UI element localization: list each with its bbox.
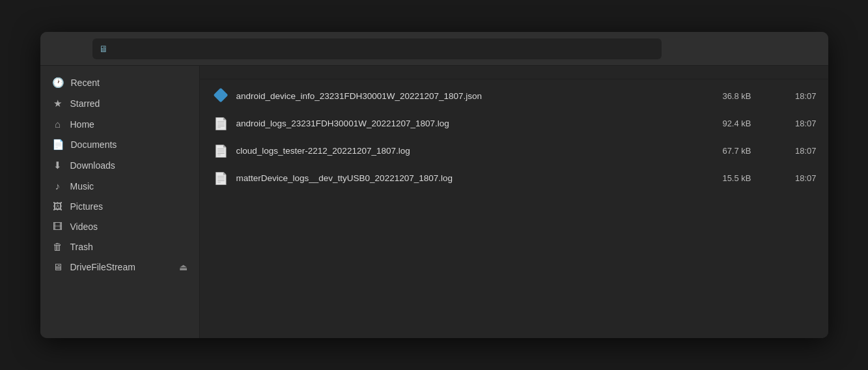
file-name: android_device_info_23231FDH30001W_20221… [236, 91, 686, 101]
trash-label: Trash [70, 242, 93, 252]
drive-label: DriveFileStream [70, 262, 135, 272]
file-manager-window: 🖥 🕐 Recent ★ Starre [40, 32, 828, 338]
maximize-button[interactable] [784, 40, 801, 57]
minimize-button[interactable] [764, 40, 781, 57]
file-modified: 18:07 [751, 91, 817, 101]
file-row[interactable]: matterDevice_logs__dev_ttyUSB0_20221207_… [200, 164, 828, 192]
file-modified: 18:07 [751, 119, 817, 128]
file-size: 92.4 kB [686, 119, 751, 128]
sidebar-item-pictures[interactable]: 🖼 Pictures [40, 196, 199, 216]
file-size: 36.8 kB [686, 91, 751, 101]
videos-label: Videos [70, 221, 98, 232]
file-row[interactable]: android_device_info_23231FDH30001W_20221… [200, 82, 828, 109]
pictures-label: Pictures [70, 201, 104, 212]
sidebar-item-documents[interactable]: 📄 Documents [40, 134, 199, 155]
sidebar-item-trash[interactable]: 🗑 Trash [40, 236, 199, 257]
search-button[interactable] [693, 39, 712, 59]
file-row[interactable]: android_logs_23231FDH30001W_20221207_180… [200, 109, 828, 137]
file-modified: 18:07 [751, 173, 817, 183]
file-name: android_logs_23231FDH30001W_20221207_180… [236, 119, 686, 128]
pictures-icon: 🖼 [52, 201, 64, 212]
home-label: Home [70, 119, 94, 130]
sidebar-item-drive[interactable]: 🖥 DriveFileStream ⏏ [40, 257, 199, 277]
json-file-icon [212, 87, 230, 104]
sidebar-item-videos[interactable]: 🎞 Videos [40, 216, 199, 236]
main-area: 🕐 Recent ★ Starred ⌂ Home 📄 Documents ⬇ … [40, 66, 828, 338]
log-file-icon [212, 115, 230, 132]
file-name: cloud_logs_tester-2212_20221207_1807.log [236, 146, 686, 156]
drive-extra-icon[interactable]: ⏏ [179, 262, 188, 272]
forward-button[interactable] [70, 40, 89, 58]
downloads-label: Downloads [70, 160, 115, 171]
log-file-icon [212, 169, 230, 186]
sidebar: 🕐 Recent ★ Starred ⌂ Home 📄 Documents ⬇ … [40, 66, 200, 338]
breadcrumb-bar[interactable]: 🖥 [92, 38, 662, 59]
filelist-header [200, 66, 828, 79]
file-row[interactable]: cloud_logs_tester-2212_20221207_1807.log… [200, 137, 828, 164]
toolbar-actions [671, 39, 757, 59]
music-icon: ♪ [52, 180, 64, 192]
music-label: Music [70, 181, 94, 192]
drive-icon: 🖥 [52, 261, 64, 272]
log-file-icon [212, 142, 230, 159]
file-name: matterDevice_logs__dev_ttyUSB0_20221207_… [236, 173, 686, 183]
documents-icon: 📄 [52, 139, 64, 150]
recent-label: Recent [71, 78, 100, 88]
sidebar-item-home[interactable]: ⌂ Home [40, 114, 199, 134]
window-controls [764, 40, 820, 57]
file-modified: 18:07 [751, 146, 817, 156]
recent-icon: 🕐 [52, 77, 64, 89]
starred-label: Starred [70, 98, 100, 109]
starred-icon: ★ [52, 98, 64, 109]
back-button[interactable] [48, 40, 66, 58]
filelist-body: android_device_info_23231FDH30001W_20221… [200, 79, 828, 338]
os-icon: 🖥 [99, 44, 108, 54]
file-size: 67.7 kB [686, 146, 751, 156]
home-icon: ⌂ [52, 119, 64, 130]
documents-label: Documents [71, 139, 117, 150]
videos-icon: 🎞 [52, 221, 64, 232]
sidebar-item-starred[interactable]: ★ Starred [40, 93, 199, 114]
file-size: 15.5 kB [686, 173, 751, 183]
toolbar: 🖥 [40, 32, 828, 66]
grid-view-button[interactable] [715, 39, 735, 59]
sidebar-item-music[interactable]: ♪ Music [40, 176, 199, 196]
list-view-button[interactable] [737, 39, 757, 59]
close-button[interactable] [804, 40, 820, 57]
trash-icon: 🗑 [52, 241, 64, 252]
downloads-icon: ⬇ [52, 160, 64, 171]
sidebar-item-recent[interactable]: 🕐 Recent [40, 72, 199, 93]
file-list: android_device_info_23231FDH30001W_20221… [200, 66, 828, 338]
more-options-button[interactable] [671, 39, 690, 59]
sidebar-item-downloads[interactable]: ⬇ Downloads [40, 155, 199, 176]
